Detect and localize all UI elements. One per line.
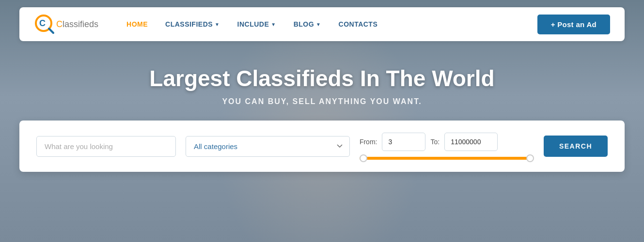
post-ad-button[interactable]: + Post an Ad bbox=[537, 15, 610, 34]
range-thumb-left[interactable] bbox=[360, 154, 367, 162]
nav-link-blog[interactable]: BLOG ▼ bbox=[285, 16, 330, 32]
to-price-input[interactable] bbox=[444, 133, 498, 151]
nav-link-home[interactable]: HOME bbox=[118, 16, 157, 32]
logo-icon: C bbox=[34, 14, 55, 35]
search-box: All categories Electronics Vehicles Real… bbox=[19, 121, 625, 172]
chevron-down-icon: ▼ bbox=[271, 22, 276, 27]
range-fill bbox=[360, 157, 531, 160]
hero-section: Largest Classifieds In The World YOU CAN… bbox=[0, 41, 644, 106]
nav-item-home[interactable]: HOME bbox=[118, 16, 157, 32]
chevron-down-icon: ▼ bbox=[215, 22, 220, 27]
range-thumb-right[interactable] bbox=[526, 154, 534, 162]
nav-item-contacts[interactable]: CONTACTS bbox=[330, 16, 387, 32]
nav-link-include[interactable]: INCLUDE ▼ bbox=[229, 16, 285, 32]
logo-text: Classifieds bbox=[56, 19, 98, 30]
from-label: From: bbox=[360, 138, 377, 146]
hero-title: Largest Classifieds In The World bbox=[0, 65, 644, 91]
category-select[interactable]: All categories Electronics Vehicles Real… bbox=[186, 136, 350, 157]
nav-item-blog[interactable]: BLOG ▼ bbox=[285, 16, 330, 32]
nav-links: HOME CLASSIFIEDS ▼ INCLUDE ▼ BLOG ▼ CONT… bbox=[118, 16, 537, 32]
search-keyword-input[interactable] bbox=[36, 136, 176, 157]
navbar: C Classifieds HOME CLASSIFIEDS ▼ INCLUDE… bbox=[19, 7, 625, 41]
from-price-input[interactable] bbox=[382, 133, 425, 151]
logo[interactable]: C Classifieds bbox=[34, 14, 98, 35]
range-slider[interactable] bbox=[360, 157, 534, 160]
nav-item-include[interactable]: INCLUDE ▼ bbox=[229, 16, 285, 32]
nav-link-contacts[interactable]: CONTACTS bbox=[330, 16, 387, 32]
search-button[interactable]: SEARCH bbox=[544, 136, 608, 157]
price-range-wrap: From: To: bbox=[360, 133, 534, 160]
nav-item-classifieds[interactable]: CLASSIFIEDS ▼ bbox=[157, 16, 228, 32]
price-inputs: From: To: bbox=[360, 133, 534, 151]
to-label: To: bbox=[430, 138, 440, 146]
hero-subtitle: YOU CAN BUY, SELL ANYTHING YOU WANT. bbox=[0, 97, 644, 106]
svg-text:C: C bbox=[39, 18, 46, 28]
nav-link-classifieds[interactable]: CLASSIFIEDS ▼ bbox=[157, 16, 228, 32]
chevron-down-icon: ▼ bbox=[316, 22, 321, 27]
svg-line-2 bbox=[49, 29, 53, 33]
